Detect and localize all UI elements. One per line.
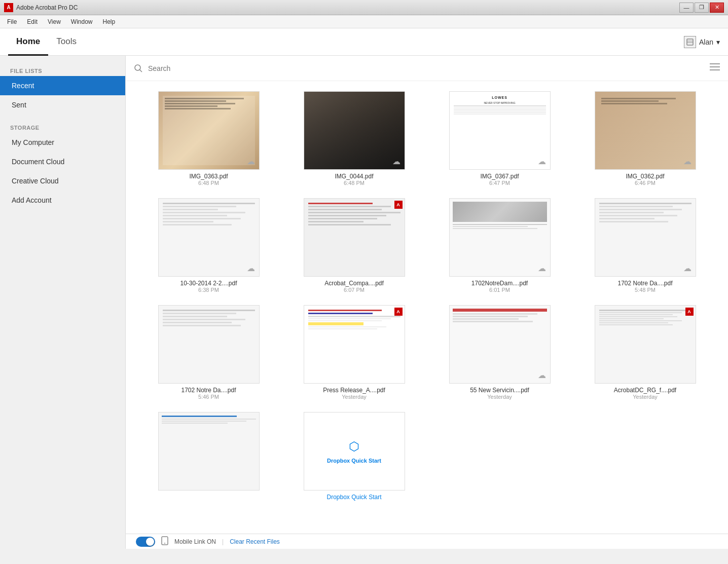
file-time: 5:48 PM — [635, 287, 656, 293]
file-item[interactable]: ☁ 10-30-2014 2-2....pdf 6:38 PM — [141, 198, 276, 293]
file-thumbnail — [158, 305, 260, 384]
sidebar-item-add-account[interactable]: Add Account — [0, 191, 125, 210]
file-thumbnail: ☁ — [158, 198, 260, 277]
cloud-icon: ☁ — [683, 264, 691, 273]
file-time: 6:07 PM — [344, 287, 365, 293]
navbar-right: Alan ▾ — [684, 28, 720, 55]
file-item[interactable] — [141, 412, 276, 501]
minimize-button[interactable]: — — [679, 3, 694, 13]
file-name: 1702NotreDam....pdf — [471, 280, 528, 287]
cloud-icon: ☁ — [392, 157, 401, 166]
file-thumbnail: ☁ — [449, 305, 551, 384]
content-area: ☁ IMG_0363.pdf 6:48 PM ☁ IMG_0044.pdf 6:… — [126, 56, 728, 549]
sidebar: FILE LISTS Recent Sent STORAGE My Comput… — [0, 56, 126, 549]
file-name: 1702 Notre Da....pdf — [181, 387, 236, 394]
file-thumbnail: LOWES NEVER STOP IMPROVING ☁ — [449, 91, 551, 170]
file-name: AcrobatDC_RG_f....pdf — [614, 387, 676, 394]
file-item[interactable]: ☁ 55 New Servicin....pdf Yesterday — [432, 305, 567, 400]
cloud-icon: ☁ — [538, 370, 546, 380]
mobile-icon — [161, 536, 168, 547]
file-name: 1702 Notre Da....pdf — [617, 280, 672, 287]
file-name: Press Release_A....pdf — [323, 387, 385, 394]
search-input[interactable] — [148, 64, 705, 72]
separator: | — [222, 538, 224, 545]
cloud-icon: ☁ — [538, 157, 546, 166]
file-thumbnail: A — [595, 305, 696, 384]
menu-window[interactable]: Window — [66, 16, 98, 27]
file-item[interactable]: ☁ IMG_0362.pdf 6:46 PM — [577, 91, 713, 186]
menu-view[interactable]: View — [43, 16, 66, 27]
file-thumbnail: A — [304, 198, 405, 277]
menu-edit[interactable]: Edit — [22, 16, 43, 27]
file-name: IMG_0044.pdf — [335, 173, 373, 180]
file-name: Dropbox Quick Start — [326, 494, 381, 501]
titlebar: A Adobe Acrobat Pro DC — ❐ ✕ — [0, 0, 728, 15]
file-name: 10-30-2014 2-2....pdf — [180, 280, 237, 287]
sidebar-item-recent[interactable]: Recent — [0, 76, 125, 95]
menu-file[interactable]: File — [2, 16, 22, 27]
main-layout: FILE LISTS Recent Sent STORAGE My Comput… — [0, 56, 728, 549]
app-icon: A — [4, 3, 13, 12]
file-name: IMG_0367.pdf — [480, 173, 519, 180]
close-button[interactable]: ✕ — [710, 3, 724, 13]
mobile-link-toggle[interactable] — [136, 537, 155, 547]
mobile-link-label: Mobile Link ON — [174, 538, 216, 545]
file-thumbnail: ☁ — [304, 91, 405, 170]
user-icon — [684, 36, 696, 48]
sidebar-item-creative-cloud[interactable]: Creative Cloud — [0, 171, 125, 191]
file-thumbnail: ☁ — [449, 198, 551, 277]
file-item[interactable]: A Press Release_A....pdf — [286, 305, 422, 400]
file-thumbnail: A — [304, 305, 405, 384]
menubar: File Edit View Window Help — [0, 15, 728, 28]
sidebar-item-document-cloud[interactable]: Document Cloud — [0, 152, 125, 171]
file-time: 6:38 PM — [198, 287, 219, 293]
file-item[interactable]: 1702 Notre Da....pdf 5:46 PM — [141, 305, 276, 400]
file-thumbnail: ☁ — [595, 198, 696, 277]
file-name: 55 New Servicin....pdf — [470, 387, 529, 394]
tab-tools[interactable]: Tools — [48, 28, 85, 56]
storage-label: STORAGE — [0, 121, 125, 133]
file-thumbnail: ⬡ Dropbox Quick Start — [304, 412, 405, 491]
clear-recent-files-link[interactable]: Clear Recent Files — [230, 538, 280, 545]
file-time: 6:48 PM — [344, 180, 365, 186]
search-icon — [134, 64, 143, 73]
cloud-icon: ☁ — [247, 157, 255, 166]
file-name: IMG_0363.pdf — [189, 173, 228, 180]
file-lists-label: FILE LISTS — [0, 64, 125, 76]
tab-home[interactable]: Home — [8, 28, 48, 56]
list-view-icon[interactable] — [710, 63, 720, 73]
svg-line-4 — [140, 69, 142, 72]
user-chevron: ▾ — [716, 38, 720, 46]
file-grid: ☁ IMG_0363.pdf 6:48 PM ☁ IMG_0044.pdf 6:… — [126, 81, 728, 534]
sidebar-item-sent[interactable]: Sent — [0, 95, 125, 115]
svg-point-3 — [135, 65, 140, 70]
window-controls: — ❐ ✕ — [679, 3, 724, 13]
file-item[interactable]: LOWES NEVER STOP IMPROVING ☁ IMG_0367.pd… — [432, 91, 567, 186]
file-time: 5:46 PM — [198, 394, 219, 400]
file-item[interactable]: A Acrobat_Compa....pdf — [286, 198, 422, 293]
file-time: 6:01 PM — [489, 287, 510, 293]
file-time: 6:46 PM — [635, 180, 656, 186]
cloud-icon: ☁ — [538, 264, 546, 273]
file-item[interactable]: A AcrobatDC_RG_f....pdf — [577, 305, 713, 400]
navbar: Home Tools Alan ▾ — [0, 28, 728, 56]
user-name: Alan — [699, 38, 713, 46]
file-item[interactable]: ☁ IMG_0044.pdf 6:48 PM — [286, 91, 422, 186]
file-item[interactable]: ☁ 1702 Notre Da....pdf 5:48 PM — [577, 198, 713, 293]
sidebar-item-my-computer[interactable]: My Computer — [0, 133, 125, 152]
file-time: Yesterday — [487, 394, 512, 400]
app-icon-letter: A — [7, 5, 10, 10]
file-item[interactable]: ☁ 1702NotreDam....pdf 6:01 PM — [432, 198, 567, 293]
file-time: Yesterday — [633, 394, 658, 400]
file-name: Acrobat_Compa....pdf — [324, 280, 384, 287]
toggle-knob — [146, 538, 154, 546]
file-time: 6:48 PM — [198, 180, 219, 186]
file-item[interactable]: ⬡ Dropbox Quick Start Dropbox Quick Star… — [286, 412, 422, 501]
menu-help[interactable]: Help — [98, 16, 121, 27]
svg-point-9 — [164, 543, 165, 544]
restore-button[interactable]: ❐ — [695, 3, 709, 13]
file-thumbnail: ☁ — [595, 91, 696, 170]
file-item[interactable]: ☁ IMG_0363.pdf 6:48 PM — [141, 91, 276, 186]
adobe-badge: A — [685, 308, 694, 316]
user-menu[interactable]: Alan ▾ — [684, 36, 720, 48]
